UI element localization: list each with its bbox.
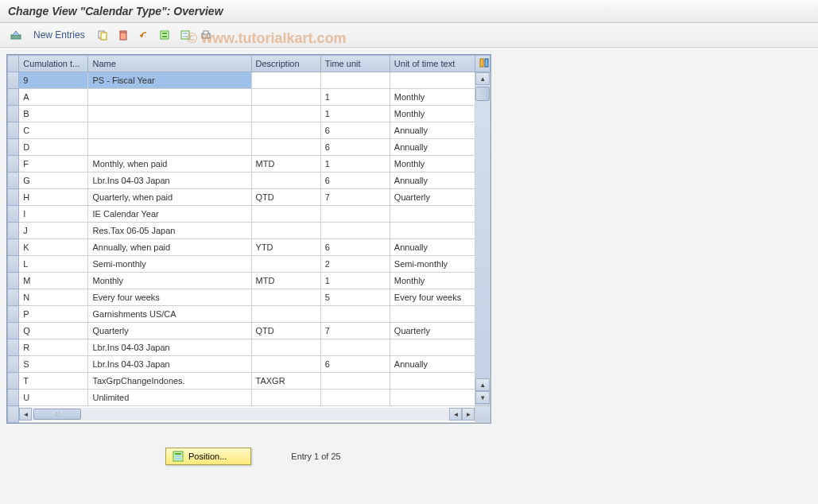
- cell-name[interactable]: Unlimited: [88, 390, 251, 406]
- cell-description[interactable]: TAXGR: [251, 373, 320, 390]
- cell-unit-text[interactable]: [390, 339, 475, 356]
- cell-description[interactable]: MTD: [251, 156, 320, 173]
- row-selector[interactable]: [8, 373, 19, 390]
- table-row[interactable]: Q Quarterly QTD 7 Quarterly: [8, 323, 490, 339]
- vscroll-up2[interactable]: ▲: [475, 378, 490, 391]
- row-selector[interactable]: [8, 89, 19, 106]
- cell-time-unit[interactable]: [320, 373, 390, 390]
- table-row[interactable]: I IE Calendar Year: [8, 206, 490, 223]
- cell-name[interactable]: IE Calendar Year: [88, 206, 251, 223]
- cell-cumulation[interactable]: F: [19, 156, 88, 173]
- cell-time-unit[interactable]: 6: [320, 139, 390, 156]
- cell-time-unit[interactable]: 1: [320, 156, 390, 173]
- hscroll-track[interactable]: ◄ ∷ ◄ ►: [19, 408, 475, 421]
- col-cumulation[interactable]: Cumulation t...: [19, 56, 88, 72]
- cell-description[interactable]: [251, 72, 320, 89]
- cell-name[interactable]: Quarterly: [88, 323, 251, 339]
- cell-description[interactable]: [251, 139, 320, 156]
- row-selector[interactable]: [8, 239, 19, 256]
- cell-description[interactable]: [251, 122, 320, 139]
- cell-time-unit[interactable]: 1: [320, 89, 390, 106]
- cell-description[interactable]: [251, 339, 320, 356]
- cell-description[interactable]: [251, 356, 320, 373]
- cell-description[interactable]: [251, 306, 320, 323]
- row-selector[interactable]: [8, 289, 19, 306]
- cell-name[interactable]: [88, 89, 251, 106]
- cell-name[interactable]: TaxGrpChangeIndones.: [88, 373, 251, 390]
- cell-cumulation[interactable]: K: [19, 239, 88, 256]
- cell-unit-text[interactable]: [390, 390, 475, 406]
- cell-time-unit[interactable]: 6: [320, 239, 390, 256]
- row-selector[interactable]: [8, 106, 19, 122]
- cell-cumulation[interactable]: M: [19, 273, 88, 289]
- vscroll-down[interactable]: ▼: [475, 391, 490, 404]
- cell-description[interactable]: [251, 206, 320, 223]
- cell-cumulation[interactable]: J: [19, 223, 88, 239]
- cell-description[interactable]: [251, 256, 320, 273]
- cell-name[interactable]: [88, 122, 251, 139]
- cell-description[interactable]: QTD: [251, 189, 320, 206]
- cell-time-unit[interactable]: [320, 223, 390, 239]
- table-row[interactable]: L Semi-monthly 2 Semi-monthly: [8, 256, 490, 273]
- cell-time-unit[interactable]: 2: [320, 256, 390, 273]
- cell-unit-text[interactable]: Annually: [390, 122, 475, 139]
- col-description[interactable]: Description: [251, 56, 320, 72]
- cell-name[interactable]: Garnishments US/CA: [88, 306, 251, 323]
- cell-name[interactable]: Lbr.Ins 04-03 Japan: [88, 339, 251, 356]
- cell-time-unit[interactable]: 6: [320, 173, 390, 189]
- row-selector[interactable]: [8, 189, 19, 206]
- cell-unit-text[interactable]: Annually: [390, 173, 475, 189]
- cell-unit-text[interactable]: Quarterly: [390, 189, 475, 206]
- hscroll-right2[interactable]: ►: [462, 408, 475, 421]
- cell-time-unit[interactable]: [320, 206, 390, 223]
- cell-cumulation[interactable]: D: [19, 139, 88, 156]
- copy-icon[interactable]: [95, 27, 110, 43]
- cell-time-unit[interactable]: 6: [320, 356, 390, 373]
- hscroll-thumb[interactable]: ∷: [33, 409, 81, 420]
- row-selector[interactable]: [8, 306, 19, 323]
- cell-name[interactable]: [88, 106, 251, 122]
- cell-time-unit[interactable]: 6: [320, 122, 390, 139]
- row-selector[interactable]: [8, 339, 19, 356]
- table-row[interactable]: F Monthly, when paid MTD 1 Monthly: [8, 156, 490, 173]
- hscroll-right[interactable]: ◄: [449, 408, 462, 421]
- new-entries-button[interactable]: New Entries: [29, 28, 90, 42]
- table-row[interactable]: J Res.Tax 06-05 Japan: [8, 223, 490, 239]
- cell-time-unit[interactable]: 7: [320, 323, 390, 339]
- vscroll-up[interactable]: ▲: [475, 72, 490, 85]
- cell-name[interactable]: Monthly, when paid: [88, 156, 251, 173]
- row-selector[interactable]: [8, 273, 19, 289]
- table-row[interactable]: C 6 Annually: [8, 122, 490, 139]
- cell-cumulation[interactable]: A: [19, 89, 88, 106]
- cell-unit-text[interactable]: Semi-monthly: [390, 256, 475, 273]
- toggle-icon[interactable]: [8, 27, 24, 43]
- cell-name[interactable]: Annually, when paid: [88, 239, 251, 256]
- delete-icon[interactable]: [115, 27, 131, 43]
- row-selector[interactable]: [8, 356, 19, 373]
- cell-name[interactable]: Every four weeks: [88, 289, 251, 306]
- cell-unit-text[interactable]: Monthly: [390, 156, 475, 173]
- table-row[interactable]: N Every four weeks 5 Every four weeks: [8, 289, 490, 306]
- cell-name[interactable]: Res.Tax 06-05 Japan: [88, 223, 251, 239]
- table-row[interactable]: R Lbr.Ins 04-03 Japan: [8, 339, 490, 356]
- table-row[interactable]: A 1 Monthly: [8, 89, 490, 106]
- cell-time-unit[interactable]: 7: [320, 189, 390, 206]
- select-all-icon[interactable]: [157, 27, 173, 43]
- cell-unit-text[interactable]: [390, 306, 475, 323]
- cell-cumulation[interactable]: C: [19, 122, 88, 139]
- cell-unit-text[interactable]: Monthly: [390, 273, 475, 289]
- cell-unit-text[interactable]: Every four weeks: [390, 289, 475, 306]
- cell-cumulation[interactable]: Q: [19, 323, 88, 339]
- cell-name[interactable]: [88, 139, 251, 156]
- cell-description[interactable]: YTD: [251, 239, 320, 256]
- cell-cumulation[interactable]: T: [19, 373, 88, 390]
- row-selector[interactable]: [8, 156, 19, 173]
- cell-cumulation[interactable]: G: [19, 173, 88, 189]
- cell-unit-text[interactable]: Annually: [390, 239, 475, 256]
- cell-unit-text[interactable]: Monthly: [390, 89, 475, 106]
- col-time-unit[interactable]: Time unit: [320, 56, 390, 72]
- cell-name[interactable]: Lbr.Ins 04-03 Japan: [88, 173, 251, 189]
- cell-description[interactable]: MTD: [251, 273, 320, 289]
- vscroll-thumb[interactable]: [475, 87, 490, 101]
- table-row[interactable]: G Lbr.Ins 04-03 Japan 6 Annually: [8, 173, 490, 189]
